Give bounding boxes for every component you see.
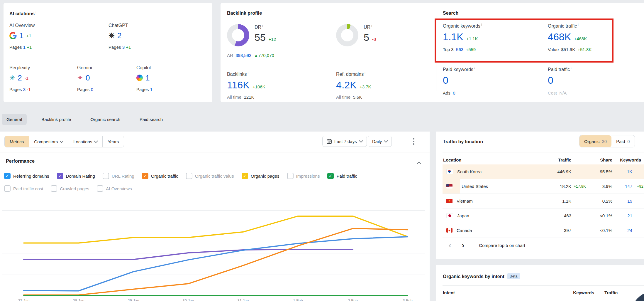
pages-count[interactable]: 3	[23, 87, 26, 92]
next-page-icon[interactable]: ›	[462, 241, 465, 249]
metric-label: URL Rating	[112, 174, 134, 179]
x-axis-label: 27 Jan	[18, 298, 29, 301]
ads-count[interactable]: 0	[453, 90, 455, 95]
paid-traffic-block: Paid traffici 0 Cost N/A	[548, 66, 572, 95]
organic-keywords-count[interactable]: 1.1K	[443, 32, 463, 42]
pages-count[interactable]: 1	[23, 45, 26, 50]
info-icon[interactable]: i	[371, 24, 372, 28]
paid-traffic-count[interactable]: 0	[548, 75, 553, 86]
share-value: <0.1%	[588, 228, 612, 233]
ai-overview-count[interactable]: 1	[19, 32, 23, 39]
keywords-count[interactable]: 1K	[612, 169, 632, 174]
copilot-icon	[136, 75, 143, 81]
location-row-united-states[interactable]: United States18.2K+17.8K3.9%147+92	[443, 179, 644, 194]
intent-table-header: Intent Keywords Traffic	[443, 290, 618, 295]
location-row-vietnam[interactable]: ★Vietnam1.1K0.2%19	[443, 194, 644, 208]
performance-panel: Metrics Competitors Locations Years Last…	[0, 132, 430, 301]
location-name: South Korea	[457, 169, 482, 174]
tab-organic-search[interactable]: Organic search	[86, 114, 125, 125]
metric-label: Paid traffic	[336, 174, 357, 179]
metric-toggle-organic-traffic-value[interactable]: Organic traffic value	[186, 173, 234, 179]
perplexity-count[interactable]: 2	[18, 74, 22, 82]
chatgpt-count[interactable]: 2	[117, 32, 121, 39]
jp-flag-icon	[446, 213, 453, 218]
organic-traffic-block: Organic traffici 468K+468K Value $51.9K …	[548, 23, 592, 52]
granularity-button[interactable]: Daily	[368, 136, 392, 147]
keywords-count[interactable]: 24	[612, 228, 632, 233]
keywords-count[interactable]: 147	[612, 184, 632, 189]
paid-keywords-count[interactable]: 0	[443, 75, 448, 86]
ar-value[interactable]: 393,593	[235, 53, 251, 58]
metric-toggle-organic-pages[interactable]: ✓Organic pages	[242, 173, 279, 179]
info-icon[interactable]: i	[571, 66, 571, 70]
checked-checkbox-icon[interactable]: ✓	[242, 173, 248, 179]
competitors-filter-button[interactable]: Competitors	[29, 136, 68, 147]
location-row-south-korea[interactable]: South Korea446.9K95.5%1K	[443, 164, 644, 179]
checked-checkbox-icon[interactable]: ✓	[327, 173, 334, 179]
x-axis-label: 29 Jan	[128, 298, 139, 301]
traffic-value: 1.1K	[538, 199, 571, 204]
collapse-section-icon[interactable]	[417, 162, 421, 166]
info-icon[interactable]: i	[35, 11, 36, 14]
info-icon[interactable]: i	[262, 24, 263, 28]
date-range-button[interactable]: Last 7 days	[322, 136, 367, 147]
backlinks-count[interactable]: 116K	[227, 80, 250, 90]
ai-citations-card: AI citationsi AI Overview 1 +1 Pages 1 +…	[4, 3, 212, 102]
location-row-canada[interactable]: ◆Canada397<0.1%24	[443, 223, 644, 238]
tab-paid-search[interactable]: Paid search	[135, 114, 167, 125]
share-value: <0.1%	[588, 213, 612, 218]
more-options-button[interactable]	[413, 138, 415, 145]
tab-general[interactable]: General	[2, 114, 27, 125]
unchecked-checkbox-icon[interactable]	[287, 173, 294, 179]
tab-backlink-profile[interactable]: Backlink profile	[37, 114, 76, 125]
info-icon[interactable]: i	[365, 71, 365, 75]
top3-count[interactable]: 563	[456, 47, 463, 52]
copilot-count[interactable]: 1	[145, 74, 150, 82]
share-value: 0.2%	[588, 199, 612, 204]
perplexity-icon: ✳	[9, 75, 15, 81]
ref-domains-count[interactable]: 4.2K	[336, 80, 357, 90]
metric-toggle-impressions[interactable]: Impressions	[287, 173, 320, 179]
traffic-value: 397	[538, 228, 571, 233]
pages-count[interactable]: 3	[122, 45, 125, 50]
locations-filter-button[interactable]: Locations	[68, 136, 103, 147]
chart-line-referring-domains	[24, 237, 408, 291]
organic-traffic-count[interactable]: 468K	[548, 32, 571, 42]
dr-donut	[227, 24, 249, 46]
info-icon[interactable]: i	[481, 23, 482, 26]
years-filter-button[interactable]: Years	[103, 136, 124, 147]
info-icon[interactable]: i	[578, 23, 578, 26]
toggle-organic[interactable]: Organic30	[579, 135, 611, 147]
traffic-value: 463	[538, 213, 571, 218]
checked-checkbox-icon[interactable]: ✓	[57, 173, 63, 179]
location-row-japan[interactable]: Japan463<0.1%21	[443, 208, 644, 223]
toggle-paid[interactable]: Paid0	[611, 135, 634, 147]
checked-checkbox-icon[interactable]: ✓	[4, 173, 11, 179]
chevron-down-icon	[94, 139, 98, 143]
x-axis-label: 28 Jan	[73, 298, 84, 301]
share-value: 3.9%	[588, 184, 612, 189]
pages-count[interactable]: 0	[91, 87, 93, 92]
gemini-count[interactable]: 0	[86, 74, 90, 82]
keywords-by-intent-panel: Organic keywords by intentBeta	[436, 265, 644, 301]
compare-top5-link[interactable]: Compare top 5 on chart	[479, 243, 525, 248]
unchecked-checkbox-icon[interactable]	[103, 173, 109, 179]
x-axis-label: 31 Jan	[237, 298, 249, 301]
ai-source-copilot: Copilot 1 Pages 1	[136, 65, 152, 92]
metric-toggle-domain-rating[interactable]: ✓Domain Rating	[57, 173, 95, 179]
pages-count[interactable]: 1	[150, 87, 152, 92]
prev-page-icon[interactable]: ‹	[449, 241, 451, 249]
unchecked-checkbox-icon[interactable]	[186, 173, 192, 179]
calendar-icon	[327, 139, 332, 144]
keywords-count[interactable]: 21	[612, 213, 632, 218]
checked-checkbox-icon[interactable]: ✓	[142, 173, 148, 179]
info-icon[interactable]: i	[248, 71, 248, 75]
divider	[436, 16, 436, 91]
metric-toggle-url-rating[interactable]: URL Rating	[103, 173, 134, 179]
keywords-count[interactable]: 19	[612, 199, 632, 204]
metric-toggle-referring-domains[interactable]: ✓Referring domains	[4, 173, 49, 179]
metrics-filter-button[interactable]: Metrics	[5, 136, 29, 147]
info-icon[interactable]: i	[474, 66, 475, 70]
metric-toggle-paid-traffic[interactable]: ✓Paid traffic	[327, 173, 357, 179]
metric-toggle-organic-traffic[interactable]: ✓Organic traffic	[142, 173, 178, 179]
